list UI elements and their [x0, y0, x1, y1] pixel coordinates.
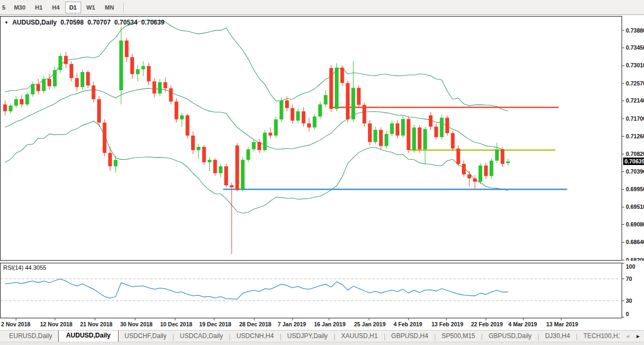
rsi-indicator-label: RSI(14) 44.3055 [3, 264, 46, 271]
date-axis-label: 19 Dec 2018 [199, 321, 231, 327]
price-axis-label: 0.69950 [626, 186, 644, 192]
price-axis-label: 0.68640 [626, 239, 644, 245]
date-axis-label: 22 Feb 2019 [471, 321, 503, 327]
date-axis-label: 28 Dec 2018 [239, 321, 271, 327]
timeframe-button-h4[interactable]: H4 [48, 2, 64, 13]
tab-scroll-arrows: ◄ ► [619, 331, 644, 341]
rsi-axis-label: 30 [626, 297, 632, 304]
main-chart-canvas[interactable]: 0.738800.734500.730100.725700.721400.717… [0, 16, 644, 261]
tab-gbpusd-h4[interactable]: GBPUSD,H4 [386, 331, 434, 342]
tab-eurusd-daily[interactable]: EURUSD,Daily [3, 331, 58, 342]
date-axis-label: 12 Nov 2018 [40, 321, 73, 327]
price-axis-label: 0.73010 [626, 62, 644, 68]
ohlc-close: 0.70639 [141, 19, 164, 26]
price-axis-label: 0.72140 [626, 97, 644, 104]
chart-title: ▼ AUDUSD,Daily 0.70598 0.70707 0.70534 0… [4, 19, 164, 26]
date-axis-label: 10 Dec 2018 [160, 321, 192, 327]
price-axis-label: 0.73450 [626, 44, 644, 51]
price-axis-label: 0.70390 [626, 168, 644, 175]
date-axis-label: 30 Nov 2018 [120, 321, 153, 327]
timeframe-button-mn[interactable]: MN [100, 2, 118, 13]
tab-scroll-left-icon[interactable]: ◄ [625, 333, 630, 339]
current-price-tag: 0.70639 [623, 158, 644, 165]
date-axis-label: 2 Nov 2018 [1, 321, 30, 327]
timeframe-button-m30[interactable]: M30 [10, 2, 29, 13]
price-axis-label: 0.69080 [626, 221, 644, 228]
tab-dj30-h4[interactable]: DJ30,H4 [539, 331, 576, 342]
timeframe-toolbar: 5M30H1H4D1W1MN [0, 0, 644, 15]
price-axis-label: 0.70820 [626, 151, 644, 157]
tab-sp500-m15[interactable]: SP500,M15 [436, 331, 481, 342]
chart-window: 0.738800.734500.730100.725700.721400.717… [0, 15, 644, 330]
date-axis-label: 16 Jan 2019 [314, 321, 345, 327]
tab-usdjpy-daily[interactable]: USDJPY,Daily [281, 331, 334, 342]
ohlc-high: 0.70707 [88, 19, 111, 26]
tab-usdchf-daily[interactable]: USDCHF,Daily [119, 331, 172, 342]
date-axis-label: 21 Nov 2018 [80, 321, 113, 327]
ohlc-low: 0.70534 [114, 19, 137, 26]
price-axis-label: 0.68200 [626, 257, 644, 261]
trading-terminal-window: 5M30H1H4D1W1MN 0.738800.734500.730100.72… [0, 0, 644, 345]
price-axis-label: 0.69510 [626, 203, 644, 210]
timeframe-button-d1[interactable]: D1 [65, 2, 81, 13]
date-axis-label: 25 Jan 2019 [354, 321, 386, 327]
tab-xauusd-h1[interactable]: XAUUSD,H1 [335, 331, 384, 342]
rsi-axis-label: 100 [626, 263, 635, 270]
date-axis-label: 4 Feb 2019 [394, 321, 422, 327]
chart-symbol-label: AUDUSD,Daily [12, 19, 57, 26]
price-axis-label: 0.73880 [626, 27, 644, 34]
date-axis-label: 7 Jan 2019 [278, 321, 306, 327]
date-axis-label: 13 Mar 2019 [546, 321, 578, 327]
timeframe-button-h1[interactable]: H1 [31, 2, 47, 13]
date-axis-label: 4 Mar 2019 [508, 321, 537, 327]
price-axis-label: 0.72570 [626, 80, 644, 87]
tab-scroll-right-icon[interactable]: ► [635, 333, 641, 339]
price-axis-label: 0.71260 [626, 133, 644, 139]
tab-audusd-daily[interactable]: AUDUSD,Daily [58, 330, 119, 342]
price-axis-label: 0.71700 [626, 115, 644, 122]
rsi-axis-label: 0 [626, 311, 629, 317]
date-axis: 2 Nov 201812 Nov 201821 Nov 201830 Nov 2… [0, 318, 644, 330]
rsi-canvas[interactable]: 10070300 [0, 263, 644, 318]
toolbar-separator [123, 2, 124, 13]
rsi-axis-label: 70 [626, 276, 632, 282]
timeframe-button-w1[interactable]: W1 [82, 2, 100, 13]
tab-usdcad-daily[interactable]: USDCAD,Daily [174, 331, 229, 342]
symbol-tab-bar: EURUSD,DailyAUDUSD,DailyUSDCHF,Daily|USD… [0, 330, 644, 342]
window-bottom-strip [0, 342, 644, 345]
ohlc-open: 0.70598 [60, 19, 83, 26]
tab-usdcnh-h4[interactable]: USDCNH,H4 [231, 331, 280, 342]
timeframe-button-5[interactable]: 5 [0, 2, 9, 13]
date-axis-label: 13 Feb 2019 [431, 321, 464, 327]
tab-gbpusd-daily[interactable]: GBPUSD,Daily [483, 331, 538, 342]
chart-dropdown-marker-icon: ▼ [4, 20, 9, 25]
